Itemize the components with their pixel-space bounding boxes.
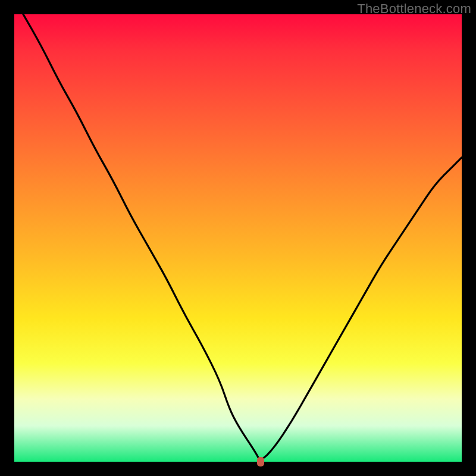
optimum-marker: [257, 457, 264, 466]
plot-area: [14, 14, 462, 462]
chart-frame: TheBottleneck.com: [0, 0, 476, 476]
watermark-text: TheBottleneck.com: [357, 1, 471, 17]
curve-path: [23, 14, 462, 459]
bottleneck-curve: [14, 14, 462, 462]
